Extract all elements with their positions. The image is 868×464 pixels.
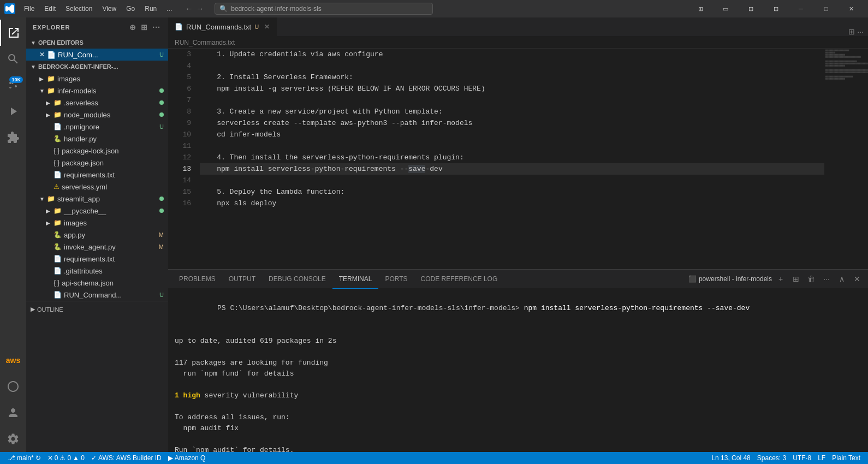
editor-code[interactable]: 1. Update credentials via aws configure … <box>195 49 824 269</box>
panel-tab-ports[interactable]: PORTS <box>378 270 414 289</box>
layout-btn3[interactable]: ⊟ <box>738 0 763 17</box>
tree-infer-models-folder[interactable]: ▼ 📁 infer-models <box>26 85 168 97</box>
layout-btn2[interactable]: ▭ <box>713 0 738 17</box>
terminal-content[interactable]: PS C:\Users\alamuf\Desktop\bedrock-agent… <box>168 289 868 452</box>
activity-explorer[interactable] <box>0 20 26 46</box>
layout-btn4[interactable]: ⊡ <box>763 0 788 17</box>
close-file-icon[interactable]: ✕ <box>39 51 45 58</box>
status-language[interactable]: Plain Text <box>829 452 864 464</box>
close-btn[interactable]: ✕ <box>839 0 864 17</box>
tree-pycache-folder[interactable]: ▶ 📁 __pycache__ <box>26 205 168 217</box>
nav-forward[interactable]: → <box>196 4 204 13</box>
nav-back[interactable]: ← <box>185 4 193 13</box>
tree-serverless-folder[interactable]: ▶ 📁 .serverless <box>26 97 168 109</box>
tree-run-commands-txt[interactable]: ▶ 📄 RUN_Command... U <box>26 289 168 301</box>
tree-images-sub-folder[interactable]: ▶ 📁 images <box>26 217 168 229</box>
tree-requirements-txt[interactable]: ▶ 📄 requirements.txt <box>26 169 168 181</box>
layout-btn[interactable]: ⊞ <box>688 0 713 17</box>
code-line-14 <box>200 175 824 186</box>
tree-package-json[interactable]: ▶ { } package.json <box>26 157 168 169</box>
status-encoding[interactable]: UTF-8 <box>789 452 815 464</box>
activity-account[interactable] <box>0 400 26 426</box>
tab-file-icon: 📄 <box>175 23 183 31</box>
tree-invoke-agent-py[interactable]: ▶ 🐍 invoke_agent.py M <box>26 241 168 253</box>
status-line-ending[interactable]: LF <box>815 452 829 464</box>
outline-section[interactable]: ▶ OUTLINE <box>26 301 168 317</box>
status-branch[interactable]: ⎇ main* ↻ <box>4 452 44 464</box>
menu-edit[interactable]: Edit <box>40 3 60 15</box>
project-header[interactable]: ▼ BEDROCK-AGENT-INFER-... <box>26 61 168 73</box>
activity-run[interactable] <box>0 98 26 124</box>
term-line-3: 117 packages are looking for funding <box>175 358 861 368</box>
line-num-3: 3 <box>168 49 191 60</box>
status-amazon-q[interactable]: ▶ Amazon Q <box>165 452 209 464</box>
tab-run-commands[interactable]: 📄 RUN_Commands.txt U ✕ <box>168 17 277 36</box>
terminal-add-btn[interactable]: + <box>774 272 787 285</box>
tree-node-modules-folder[interactable]: ▶ 📁 node_modules <box>26 109 168 121</box>
tree-app-py[interactable]: ▶ 🐍 app.py M <box>26 229 168 241</box>
status-errors[interactable]: ✕ 0 ⚠ 0 ▲ 0 <box>44 452 88 464</box>
open-file-run-commands[interactable]: ✕ 📄 RUN_Com... U <box>26 49 168 61</box>
new-file-btn[interactable]: ⊕ <box>128 22 138 33</box>
terminal-kill-btn[interactable]: 🗑 <box>805 272 818 285</box>
activity-aws[interactable]: aws <box>0 347 26 373</box>
editor-content[interactable]: 3 4 5 6 7 8 9 10 11 12 13 14 15 16 1. Up… <box>168 49 868 269</box>
terminal-split-btn[interactable]: ⊞ <box>789 272 802 285</box>
tree-streamlit-app-folder[interactable]: ▼ 📁 streamlit_app <box>26 193 168 205</box>
menu-view[interactable]: View <box>98 3 121 15</box>
titlebar: File Edit Selection View Go Run ... ← → … <box>0 0 868 17</box>
tab-close-btn[interactable]: ✕ <box>264 23 270 31</box>
code-line-6: npm install -g serverless (REFER BELOW I… <box>200 83 824 94</box>
more-tabs-btn[interactable]: ··· <box>857 27 864 36</box>
streamlit-dot <box>159 197 164 201</box>
term-line-2: up to date, audited 619 packages in 2s <box>175 336 861 347</box>
menu-selection[interactable]: Selection <box>61 3 97 15</box>
panel-tab-bar: PROBLEMS OUTPUT DEBUG CONSOLE TERMINAL P… <box>168 270 868 289</box>
menu-more[interactable]: ... <box>162 3 176 15</box>
panel-maximize-btn[interactable]: ∧ <box>835 272 848 285</box>
panel-close-btn[interactable]: ✕ <box>851 272 864 285</box>
code-line-5: 2. Install Serverless Framework: <box>200 72 824 83</box>
status-position[interactable]: Ln 13, Col 48 <box>708 452 753 464</box>
new-folder-btn[interactable]: ⊞ <box>140 22 149 33</box>
activity-settings[interactable] <box>0 426 26 452</box>
tree-api-schema-json[interactable]: ▶ { } api-schema.json <box>26 277 168 289</box>
panel-tab-terminal[interactable]: TERMINAL <box>332 270 379 289</box>
status-spaces[interactable]: Spaces: 3 <box>754 452 789 464</box>
activity-source-control[interactable]: 10K <box>0 72 26 98</box>
activity-bar: 10K aws <box>0 17 26 452</box>
editor-area: 📄 RUN_Commands.txt U ✕ ⊞ ··· RUN_Command… <box>168 17 868 452</box>
main-layout: 10K aws EXPLORER ⊕ ⊞ ··· <box>0 17 868 452</box>
breadcrumb: RUN_Commands.txt <box>168 37 868 49</box>
panel-tab-output[interactable]: OUTPUT <box>222 270 262 289</box>
panel-tab-problems[interactable]: PROBLEMS <box>173 270 222 289</box>
code-line-8: 3. Create a new service/project with Pyt… <box>200 106 824 117</box>
global-search[interactable]: 🔍 bedrock-agent-infer-models-sls <box>215 3 433 15</box>
menu-file[interactable]: File <box>20 3 39 15</box>
panel-tab-code-reference[interactable]: CODE REFERENCE LOG <box>414 270 504 289</box>
menu-run[interactable]: Run <box>140 3 161 15</box>
terminal-more-btn[interactable]: ··· <box>820 272 833 285</box>
line-num-14: 14 <box>168 175 191 186</box>
tree-handler-py[interactable]: ▶ 🐍 handler.py <box>26 133 168 145</box>
term-line-blank3 <box>175 379 861 390</box>
split-editor-btn[interactable]: ⊞ <box>848 27 855 36</box>
tree-images-folder[interactable]: ▶ 📁 images <box>26 73 168 85</box>
term-line-8: Run `npm audit` for details. <box>175 445 861 452</box>
activity-search[interactable] <box>0 46 26 72</box>
more-actions-btn[interactable]: ··· <box>151 22 162 33</box>
tree-serverless-yml[interactable]: ▶ ⚠ serverless.yml <box>26 181 168 193</box>
tree-npmignore[interactable]: ▶ 📄 .npmignore U <box>26 121 168 133</box>
tree-package-lock-json[interactable]: ▶ { } package-lock.json <box>26 145 168 157</box>
tree-requirements-txt-2[interactable]: ▶ 📄 requirements.txt <box>26 253 168 265</box>
maximize-btn[interactable]: □ <box>813 0 839 17</box>
tree-gitattributes[interactable]: ▶ 📄 .gitattributes <box>26 265 168 277</box>
menu-go[interactable]: Go <box>122 3 139 15</box>
panel-tab-debug-console[interactable]: DEBUG CONSOLE <box>262 270 332 289</box>
minimize-btn[interactable]: ─ <box>788 0 813 17</box>
status-aws[interactable]: ✓ AWS: AWS Builder ID <box>88 452 165 464</box>
open-editors-header[interactable]: ▼ OPEN EDITORS <box>26 37 168 49</box>
activity-extensions[interactable] <box>0 124 26 151</box>
line-num-16: 16 <box>168 198 191 209</box>
activity-remote[interactable] <box>0 373 26 400</box>
